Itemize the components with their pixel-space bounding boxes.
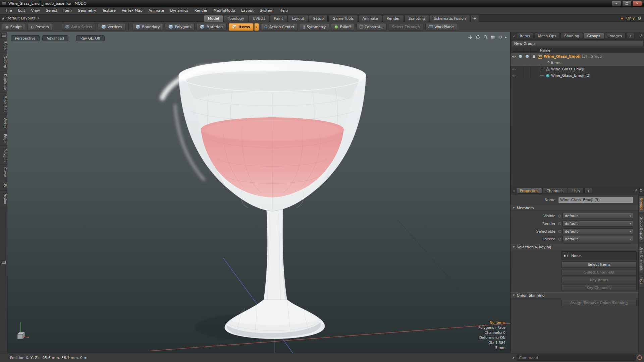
visible-dropdown[interactable]: default ▾: [562, 213, 633, 219]
tab-topology[interactable]: Topology: [224, 15, 248, 22]
menu-layout[interactable]: Layout: [238, 7, 257, 14]
section-members[interactable]: ▼ Members: [511, 205, 638, 211]
polygons-button[interactable]: Polygons: [165, 23, 195, 31]
tab-animate[interactable]: Animate: [359, 15, 382, 22]
items-more-button[interactable]: »: [254, 23, 259, 31]
channel-dot-icon[interactable]: [558, 238, 561, 241]
expand-panel-icon[interactable]: ↗: [634, 188, 637, 193]
vertices-button[interactable]: Vertices: [98, 23, 126, 31]
tab-uvedit[interactable]: UVEdit: [249, 15, 269, 22]
close-button[interactable]: ✕: [633, 1, 642, 6]
toolbox-tab-uv[interactable]: UV: [0, 180, 7, 190]
new-group-button[interactable]: New Group: [511, 40, 643, 47]
side-tab-group-display[interactable]: Group Display: [639, 214, 644, 243]
menu-view[interactable]: View: [28, 7, 43, 14]
toolbox-tab-curve[interactable]: Curve: [0, 165, 7, 180]
toolbox-tab-basic[interactable]: Basic: [0, 39, 7, 53]
menu-item[interactable]: Item: [60, 7, 75, 14]
toolbox-tab-polygon[interactable]: Polygon: [0, 146, 7, 165]
tab-model[interactable]: Model: [204, 15, 223, 22]
only-toggle[interactable]: Only: [626, 16, 635, 20]
command-input[interactable]: [517, 355, 636, 361]
menu-file[interactable]: File: [3, 7, 15, 14]
tab-images[interactable]: Images: [605, 33, 626, 39]
maximize-button[interactable]: □: [622, 1, 632, 6]
viewport-tab-perspective[interactable]: Perspective: [11, 35, 40, 41]
promote-icon[interactable]: ▲: [2, 16, 4, 20]
side-tab-tags[interactable]: Tags: [639, 274, 644, 287]
add-properties-tab-button[interactable]: +: [584, 188, 593, 194]
toolbox-tab-fusion[interactable]: Fusion: [0, 191, 7, 207]
eye-icon[interactable]: [511, 53, 517, 60]
tab-lists[interactable]: Lists: [568, 188, 584, 194]
toolbox-tab-edge[interactable]: Edge: [0, 131, 7, 145]
viewport-tab-raygl[interactable]: Ray GL: Off: [76, 35, 105, 41]
channel-dot-icon[interactable]: [558, 222, 561, 225]
tab-mesh-ops[interactable]: Mesh Ops: [534, 33, 560, 39]
tab-layout[interactable]: Layout: [288, 15, 308, 22]
viewport-options-icon[interactable]: ▸: [505, 35, 507, 39]
panel-gear-icon[interactable]: ⚙: [639, 188, 643, 193]
select-channels-button[interactable]: Select Channels: [561, 269, 637, 276]
menu-help[interactable]: Help: [276, 7, 291, 14]
symmetry-button[interactable]: ‖ Symmetry: [300, 23, 329, 31]
toolbox-tab-mesh-edit[interactable]: Mesh Edit: [0, 93, 7, 115]
pan-icon[interactable]: [468, 35, 473, 40]
menu-render[interactable]: Render: [191, 7, 210, 14]
macro-record-icon[interactable]: [637, 355, 642, 360]
minimize-button[interactable]: ‒: [612, 1, 621, 6]
section-onion-skinning[interactable]: ▼ Onion Skinning: [511, 292, 638, 298]
tab-properties[interactable]: Properties: [516, 188, 542, 194]
key-channels-button[interactable]: Key Channels: [561, 285, 637, 291]
toolbox-grid-icon[interactable]: [1, 33, 6, 37]
viewport-tab-advanced[interactable]: Advanced: [42, 35, 68, 41]
tree-row-child1[interactable]: Wine_Glass_Emoji: [511, 66, 644, 72]
gear-icon[interactable]: ⚙: [637, 16, 641, 21]
toolbox-tab-duplicate[interactable]: Duplicate: [0, 71, 7, 93]
materials-button[interactable]: Materials: [197, 23, 226, 31]
add-layout-tab-button[interactable]: +: [471, 15, 479, 22]
selection-set-none-button[interactable]: None: [561, 251, 637, 260]
tabs-back-icon[interactable]: ◂: [512, 189, 516, 192]
tree-row-child2[interactable]: Wine_Glass_Emoji (2): [511, 72, 644, 79]
tab-channels[interactable]: Channels: [543, 188, 567, 194]
menu-animate[interactable]: Animate: [146, 7, 167, 14]
locked-dropdown[interactable]: default ▾: [562, 236, 633, 242]
workplane-popup-icon[interactable]: [2, 261, 6, 264]
toolbox-tab-vertex[interactable]: Vertex: [0, 115, 7, 131]
auto-select-button[interactable]: Auto Select: [62, 23, 96, 31]
boundary-button[interactable]: Boundary: [132, 23, 163, 31]
side-tab-user-channels[interactable]: User Channels: [639, 244, 644, 273]
group-name-input[interactable]: [558, 197, 633, 203]
tab-paint[interactable]: Paint: [270, 15, 287, 22]
presets-button[interactable]: ◐ Presets: [27, 23, 52, 31]
menu-select[interactable]: Select: [43, 7, 60, 14]
tab-items[interactable]: Items: [516, 33, 534, 39]
selectable-dropdown[interactable]: default ▾: [562, 228, 633, 234]
tab-schematic-fusion[interactable]: Schematic Fusion: [430, 15, 470, 22]
menu-vertex-map[interactable]: Vertex Map: [119, 7, 146, 14]
rotate-icon[interactable]: [476, 35, 480, 40]
tab-scripting[interactable]: Scripting: [405, 15, 429, 22]
action-center-button[interactable]: ⊕ Action Center: [261, 23, 298, 31]
channel-dot-icon[interactable]: [558, 215, 561, 218]
lock-toggle-icon[interactable]: [531, 53, 537, 60]
add-panel-tab-button[interactable]: +: [626, 33, 635, 39]
workplane-button[interactable]: WorkPlane: [425, 23, 457, 31]
constraints-button[interactable]: Constrai...: [356, 23, 387, 31]
tab-game-tools[interactable]: Game Tools: [328, 15, 358, 22]
menu-edit[interactable]: Edit: [15, 7, 28, 14]
tab-shading[interactable]: Shading: [560, 33, 583, 39]
tree-row-group[interactable]: Wine_Glass_Emoji(3) : Group: [511, 53, 644, 60]
eye-icon[interactable]: [511, 66, 517, 72]
side-tab-groups[interactable]: Groups: [639, 195, 644, 213]
3d-scene[interactable]: [7, 32, 510, 353]
default-layouts-dropdown[interactable]: Default Layouts: [6, 16, 36, 20]
shading-icon[interactable]: [491, 35, 495, 39]
tab-setup[interactable]: Setup: [309, 15, 328, 22]
falloff-button[interactable]: Falloff: [331, 23, 354, 31]
viewport-gear-icon[interactable]: ⚙: [498, 35, 502, 40]
items-button[interactable]: Items: [229, 23, 254, 31]
menu-dynamics[interactable]: Dynamics: [167, 7, 191, 14]
name-column-header[interactable]: Name: [537, 48, 550, 52]
